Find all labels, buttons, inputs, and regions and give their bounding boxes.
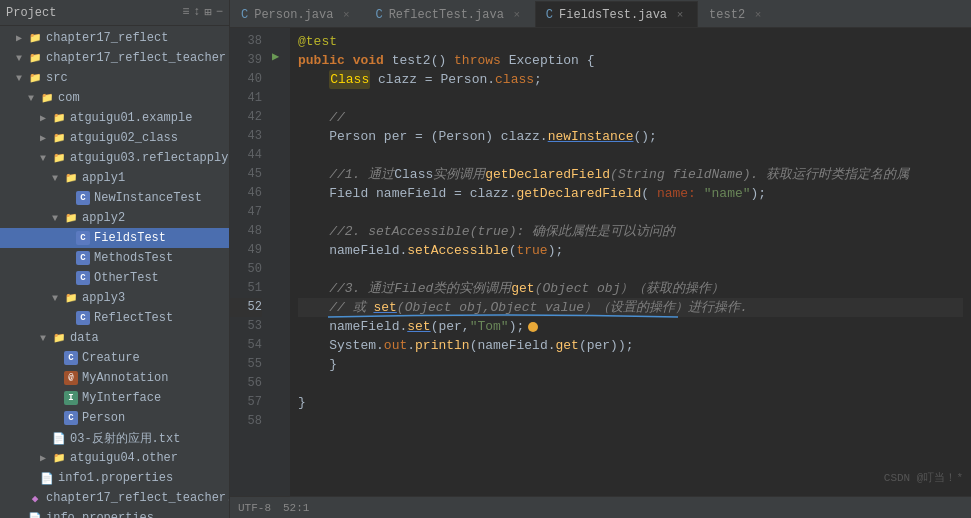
string-tom: "Tom" [470, 317, 509, 336]
sidebar-item-MethodsTest[interactable]: C MethodsTest [0, 248, 229, 268]
sidebar-icon-expand[interactable]: ⊞ [205, 5, 212, 20]
sidebar-item-apply1[interactable]: ▼ 📁 apply1 [0, 168, 229, 188]
code-line-49: nameField. setAccessible ( true ); [298, 241, 963, 260]
gutter-47 [270, 199, 290, 218]
sidebar-item-FieldsTest[interactable]: C FieldsTest [0, 228, 229, 248]
line-num-48: 48 [230, 222, 262, 241]
item-label: atguigu04.other [70, 451, 178, 465]
sidebar-item-atguigu04[interactable]: ▶ 📁 atguigu04.other [0, 448, 229, 468]
indent-space [298, 241, 329, 260]
type-system: System [329, 336, 376, 355]
code-text: ); [548, 241, 564, 260]
java-class-icon: C [76, 251, 90, 265]
method-get-comment: get [511, 279, 534, 298]
line-num-49: 49 [230, 241, 262, 260]
tab-test2[interactable]: test2 × [698, 1, 776, 27]
sidebar-header-icons: ≡ ↕ ⊞ − [182, 5, 223, 20]
code-line-44 [298, 146, 963, 165]
sidebar-item-OtherTest[interactable]: C OtherTest [0, 268, 229, 288]
line-num-56: 56 [230, 374, 262, 393]
indent-space [298, 317, 329, 336]
comment-52b: (Object obj,Object value）（设置的操作）进行操作. [397, 298, 748, 317]
sidebar-item-MyInterface[interactable]: I MyInterface [0, 388, 229, 408]
method-newInstance: newInstance [548, 127, 634, 146]
folder-icon: 📁 [52, 111, 66, 125]
item-label: Creature [82, 351, 140, 365]
item-label: MyAnnotation [82, 371, 168, 385]
folder-icon: 📁 [64, 171, 78, 185]
tab-close-test2[interactable]: × [751, 8, 765, 22]
sidebar-item-Creature[interactable]: C Creature [0, 348, 229, 368]
watermark: CSDN @叮当！* [884, 469, 963, 488]
sidebar-item-com[interactable]: ▼ 📁 com [0, 88, 229, 108]
code-text: clazz = Person. [370, 70, 495, 89]
method-set: set [407, 317, 430, 336]
line-num-58: 58 [230, 412, 262, 431]
sidebar-item-atguigu02[interactable]: ▶ 📁 atguigu02_class [0, 128, 229, 148]
arrow-icon: ▼ [16, 53, 28, 64]
sidebar-item-chapter17-reflect-teacher[interactable]: ▼ 📁 chapter17_reflect_teacher [0, 48, 229, 68]
line-num-43: 43 [230, 127, 262, 146]
tab-person[interactable]: C Person.java × [230, 1, 364, 27]
sidebar: Project ≡ ↕ ⊞ − ▶ 📁 chapter17_reflect ▼ … [0, 0, 230, 518]
code-area[interactable]: @test public void test2() throws Excepti… [290, 28, 971, 496]
tab-bar: C Person.java × C ReflectTest.java × C F… [230, 0, 971, 28]
sidebar-item-NewInstanceTest[interactable]: C NewInstanceTest [0, 188, 229, 208]
line-num-50: 50 [230, 260, 262, 279]
tab-close-fieldstest[interactable]: × [673, 8, 687, 22]
line-num-38: 38 [230, 32, 262, 51]
code-text: ); [509, 317, 525, 336]
sidebar-item-reflect-txt[interactable]: 📄 03-反射的应用.txt [0, 428, 229, 448]
code-text: ( [641, 184, 657, 203]
kw-public: public [298, 51, 345, 70]
sidebar-item-ReflectTest[interactable]: C ReflectTest [0, 308, 229, 328]
gutter-run-39[interactable]: ▶ [270, 47, 290, 66]
txt-file-icon: 📄 [52, 431, 66, 445]
orange-marker [528, 322, 538, 332]
arrow-icon: ▼ [28, 93, 40, 104]
item-label: NewInstanceTest [94, 191, 202, 205]
editor-area: 38 39 40 41 42 43 44 45 46 47 48 49 50 5… [230, 28, 971, 496]
tab-close-person[interactable]: × [339, 8, 353, 22]
sidebar-item-info-prop[interactable]: 📄 info.properties [0, 508, 229, 518]
sidebar-item-atguigu01[interactable]: ▶ 📁 atguigu01.example [0, 108, 229, 128]
gutter-41 [270, 85, 290, 104]
sidebar-item-apply3[interactable]: ▼ 📁 apply3 [0, 288, 229, 308]
run-test-icon[interactable]: ▶ [272, 49, 279, 64]
code-line-57: } [298, 393, 963, 412]
sidebar-item-atguigu03[interactable]: ▼ 📁 atguigu03.reflectapply [0, 148, 229, 168]
type-person: Person [329, 127, 376, 146]
method-ref-comment: getDeclaredField [485, 165, 610, 184]
line-num-41: 41 [230, 89, 262, 108]
gutter-40 [270, 66, 290, 85]
sidebar-item-data[interactable]: ▼ 📁 data [0, 328, 229, 348]
tab-reflecttest[interactable]: C ReflectTest.java × [364, 1, 534, 27]
class-keyword: Class [329, 70, 370, 89]
sidebar-item-Person[interactable]: C Person [0, 408, 229, 428]
code-line-51: //3. 通过Filed类的实例调用 get (Object obj）（获取的操… [298, 279, 963, 298]
code-text: ) clazz. [485, 127, 547, 146]
sidebar-icon-collapse[interactable]: − [216, 5, 223, 20]
item-label: chapter17_reflect [46, 31, 168, 45]
item-label: data [70, 331, 99, 345]
line-num-39: 39 [230, 51, 262, 70]
sidebar-item-info1-prop[interactable]: 📄 info1.properties [0, 468, 229, 488]
item-label: info.properties [46, 511, 154, 518]
tab-fieldstest[interactable]: C FieldsTest.java × [535, 1, 698, 27]
indent-space [298, 222, 329, 241]
tab-close-reflecttest[interactable]: × [510, 8, 524, 22]
sidebar-icon-sort[interactable]: ↕ [193, 5, 200, 20]
item-label: 03-反射的应用.txt [70, 430, 180, 447]
folder-icon: 📁 [28, 71, 42, 85]
sidebar-item-apply2[interactable]: ▼ 📁 apply2 [0, 208, 229, 228]
sidebar-item-chapter17-reflect[interactable]: ▶ 📁 chapter17_reflect [0, 28, 229, 48]
sidebar-item-teacher-iml[interactable]: ◆ chapter17_reflect_teacher.iml [0, 488, 229, 508]
gutter-53 [270, 313, 290, 332]
code-line-46: Field nameField = clazz. getDeclaredFiel… [298, 184, 963, 203]
gutter-43 [270, 123, 290, 142]
sidebar-item-MyAnnotation[interactable]: @ MyAnnotation [0, 368, 229, 388]
sidebar-item-src[interactable]: ▼ 📁 src [0, 68, 229, 88]
sidebar-icon-menu[interactable]: ≡ [182, 5, 189, 20]
gutter-run-38 [270, 28, 290, 47]
status-line-col: 52:1 [283, 502, 309, 514]
